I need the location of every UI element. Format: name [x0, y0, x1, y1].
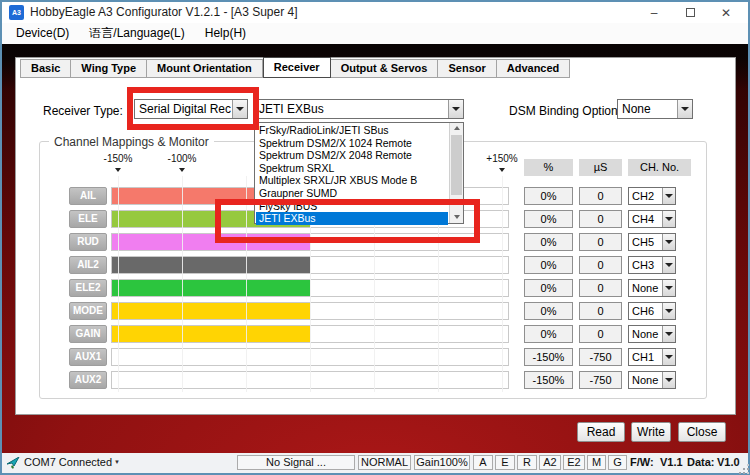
tab-basic[interactable]: Basic: [20, 59, 71, 78]
tab-sensor[interactable]: Sensor: [438, 59, 496, 78]
channel-number-combobox[interactable]: CH2: [628, 187, 676, 205]
channel-number-combobox[interactable]: CH1: [628, 348, 676, 366]
dropdown-option[interactable]: Spektrum DSM2/X 1024 Remote: [256, 137, 448, 150]
us-value: 0: [579, 279, 622, 297]
chevron-down-icon[interactable]: [662, 349, 675, 365]
channel-number-value: CH6: [632, 303, 661, 319]
scale-label: -150%: [104, 153, 133, 164]
dropdown-option[interactable]: Spektrum SRXL: [256, 162, 448, 175]
menu-item-1[interactable]: 语言/Language(L): [79, 23, 194, 44]
channel-number-value: CH2: [632, 188, 661, 204]
dropdown-option[interactable]: Multiplex SRXL/JR XBUS Mode B: [256, 174, 448, 187]
channel-number-value: None: [632, 326, 661, 342]
channel-monitor-row: [111, 348, 509, 366]
flag-m: M: [587, 455, 606, 470]
chevron-down-icon[interactable]: [662, 280, 675, 296]
chevron-down-icon[interactable]: [662, 211, 675, 227]
chevron-down-icon[interactable]: [662, 188, 675, 204]
scroll-down-icon[interactable]: [450, 211, 463, 223]
dsm-binding-label: DSM Binding Option:: [509, 104, 621, 118]
chevron-down-icon[interactable]: [232, 100, 247, 118]
flag-a: A: [473, 455, 493, 470]
channel-number-value: CH1: [632, 349, 661, 365]
channel-number-value: CH3: [632, 257, 661, 273]
receiver-type-combobox[interactable]: Serial Digital Receiver: [134, 99, 248, 119]
channel-number-combobox[interactable]: CH5: [628, 233, 676, 251]
data-label: Data:: [687, 456, 715, 468]
signal-status: No Signal ...: [237, 455, 355, 470]
channel-bar: [112, 326, 310, 342]
us-value: 0: [579, 210, 622, 228]
dropdown-scrollbar[interactable]: [449, 123, 463, 223]
chevron-down-icon[interactable]: [662, 257, 675, 273]
data-version: V1.0: [717, 456, 740, 468]
tab-receiver[interactable]: Receiver: [263, 57, 331, 78]
connection-caret-icon[interactable]: ▼: [114, 459, 120, 465]
menu-item-0[interactable]: Device(D): [6, 23, 79, 44]
serial-protocol-combobox[interactable]: JETI EXBus: [254, 99, 464, 119]
dropdown-option[interactable]: Graupner SUMD: [256, 187, 448, 200]
maximize-icon[interactable]: [672, 2, 708, 23]
flag-r: R: [517, 455, 537, 470]
close-button[interactable]: Close: [678, 422, 726, 442]
dsm-binding-combobox[interactable]: None: [617, 99, 693, 119]
chevron-down-icon[interactable]: [677, 100, 692, 118]
percent-value: -150%: [524, 348, 573, 366]
channel-monitor-row: [111, 325, 509, 343]
chevron-down-icon[interactable]: [662, 303, 675, 319]
channel-number-combobox[interactable]: None: [628, 279, 676, 297]
scrollbar-thumb[interactable]: [451, 135, 462, 195]
scroll-up-icon[interactable]: [450, 123, 463, 135]
read-button[interactable]: Read: [577, 422, 625, 442]
menu-bar: Device(D)语言/Language(L)Help(H): [2, 23, 748, 44]
percent-value: 0%: [524, 210, 573, 228]
tab-advanced[interactable]: Advanced: [497, 59, 571, 78]
us-value: 0: [579, 187, 622, 205]
dropdown-option[interactable]: Spektrum DSM2/X 2048 Remote: [256, 149, 448, 162]
dropdown-option[interactable]: FlySky iBUS: [256, 200, 448, 213]
connection-status[interactable]: COM7 Connected: [24, 456, 112, 468]
close-icon[interactable]: ✕: [708, 2, 744, 23]
tab-mount-orientation[interactable]: Mount Orientation: [147, 59, 263, 78]
scale-label: -100%: [168, 153, 197, 164]
channel-bar: [112, 303, 310, 319]
channel-label-ail: AIL: [69, 187, 107, 205]
channel-bar: [112, 257, 310, 273]
percent-value: 0%: [524, 256, 573, 274]
channel-monitor-row: [111, 233, 509, 251]
channel-number-value: CH5: [632, 234, 661, 250]
menu-item-2[interactable]: Help(H): [195, 23, 256, 44]
channel-number-combobox[interactable]: CH4: [628, 210, 676, 228]
percent-value: -150%: [524, 371, 573, 389]
flag-a2: A2: [539, 455, 561, 470]
write-button[interactable]: Write: [631, 422, 671, 442]
chevron-down-icon[interactable]: [662, 372, 675, 388]
dropdown-option[interactable]: FrSky/RadioLink/JETI SBus: [256, 124, 448, 137]
percent-column-header: %: [524, 159, 573, 176]
receiver-type-label: Receiver Type:: [43, 104, 123, 118]
channel-number-value: None: [632, 280, 661, 296]
percent-value: 0%: [524, 279, 573, 297]
us-value: 0: [579, 233, 622, 251]
groupbox-title: Channel Mappings & Monitor: [49, 135, 214, 149]
gain-status: Gain100%: [414, 455, 470, 470]
channel-label-mode: MODE: [69, 302, 107, 320]
channel-number-combobox[interactable]: None: [628, 371, 676, 389]
channel-label-ele2: ELE2: [69, 279, 107, 297]
mode-status: NORMAL: [358, 455, 411, 470]
chevron-down-icon[interactable]: [662, 326, 675, 342]
chevron-down-icon[interactable]: [448, 100, 463, 118]
minimize-icon[interactable]: –: [636, 2, 672, 23]
channel-bar: [112, 280, 310, 296]
chevron-down-icon[interactable]: [662, 234, 675, 250]
window-controls: – ✕: [636, 2, 744, 23]
tab-wing-type[interactable]: Wing Type: [71, 59, 147, 78]
resize-grip[interactable]: [743, 468, 745, 470]
channel-number-combobox[interactable]: CH3: [628, 256, 676, 274]
channel-number-combobox[interactable]: CH6: [628, 302, 676, 320]
firmware-version: V1.1: [660, 456, 683, 468]
channel-number-combobox[interactable]: None: [628, 325, 676, 343]
flag-e: E: [495, 455, 515, 470]
dropdown-option[interactable]: JETI EXBus: [256, 212, 448, 225]
tab-output-servos[interactable]: Output & Servos: [331, 59, 439, 78]
